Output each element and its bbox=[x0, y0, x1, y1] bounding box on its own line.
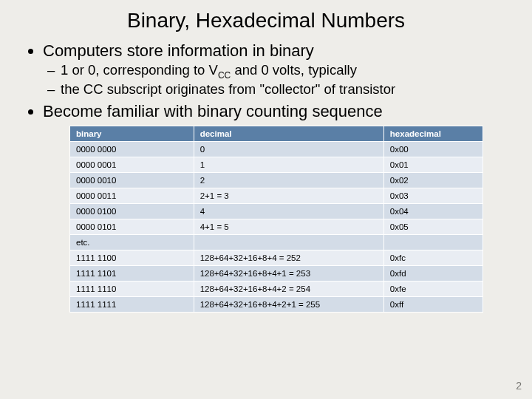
cell-decimal: 4 bbox=[194, 203, 383, 219]
cell-binary: 1111 1100 bbox=[70, 250, 194, 265]
cell-binary: 0000 0011 bbox=[70, 188, 194, 203]
sub1-pre: 1 or 0, corresponding to V bbox=[61, 62, 218, 78]
table-header-row: binary decimal hexadecimal bbox=[70, 126, 483, 141]
table-row: 1111 1101128+64+32+16+8+4+1 = 2530xfd bbox=[70, 265, 483, 281]
bullet-1-sub-1: 1 or 0, corresponding to VCC and 0 volts… bbox=[61, 62, 505, 81]
cell-decimal: 128+64+32+16+8+4 = 252 bbox=[194, 250, 383, 265]
bullet-2: Become familiar with binary counting seq… bbox=[43, 102, 505, 121]
bullet-list: Computers store information in binary 1 … bbox=[27, 41, 505, 121]
cell-binary: 1111 1110 bbox=[70, 281, 194, 296]
table-row: 1111 1110128+64+32+16+8+4+2 = 2540xfe bbox=[70, 281, 483, 296]
table-row: 0000 01014+1 = 50x05 bbox=[70, 219, 483, 234]
table-row: 0000 00112+1 = 30x03 bbox=[70, 188, 483, 203]
cell-hex: 0x04 bbox=[383, 203, 482, 219]
cell-decimal bbox=[194, 234, 383, 250]
cell-hex: 0xfc bbox=[383, 250, 482, 265]
table-row: 0000 001020x02 bbox=[70, 172, 483, 188]
cell-binary: 0000 0000 bbox=[70, 141, 194, 157]
cell-decimal: 2+1 = 3 bbox=[194, 188, 383, 203]
table-row: 1111 1111128+64+32+16+8+4+2+1 = 2550xff bbox=[70, 296, 483, 312]
bullet-1: Computers store information in binary 1 … bbox=[43, 41, 505, 98]
header-binary: binary bbox=[70, 126, 194, 141]
header-hex: hexadecimal bbox=[383, 126, 482, 141]
cell-decimal: 128+64+32+16+8+4+2 = 254 bbox=[194, 281, 383, 296]
cell-hex: 0x01 bbox=[383, 157, 482, 172]
cell-hex: 0xff bbox=[383, 296, 482, 312]
cell-decimal: 4+1 = 5 bbox=[194, 219, 383, 234]
table-row: 1111 1100128+64+32+16+8+4 = 2520xfc bbox=[70, 250, 483, 265]
cell-decimal: 0 bbox=[194, 141, 383, 157]
cell-binary: 0000 0001 bbox=[70, 157, 194, 172]
table-row: 0000 000000x00 bbox=[70, 141, 483, 157]
vcc-subscript: CC bbox=[218, 70, 231, 81]
cell-decimal: 1 bbox=[194, 157, 383, 172]
cell-binary: etc. bbox=[70, 234, 194, 250]
table-row: 0000 010040x04 bbox=[70, 203, 483, 219]
sub1-post: and 0 volts, typically bbox=[231, 62, 357, 78]
page-number: 2 bbox=[516, 380, 522, 392]
number-table: binary decimal hexadecimal 0000 000000x0… bbox=[69, 126, 483, 313]
cell-hex: 0x05 bbox=[383, 219, 482, 234]
cell-hex: 0x03 bbox=[383, 188, 482, 203]
cell-hex: 0xfd bbox=[383, 265, 482, 281]
cell-decimal: 128+64+32+16+8+4+2+1 = 255 bbox=[194, 296, 383, 312]
slide-title: Binary, Hexadecimal Numbers bbox=[27, 9, 505, 33]
cell-binary: 1111 1101 bbox=[70, 265, 194, 281]
cell-hex: 0xfe bbox=[383, 281, 482, 296]
cell-binary: 0000 0100 bbox=[70, 203, 194, 219]
bullet-1-text: Computers store information in binary bbox=[43, 41, 314, 60]
cell-binary: 0000 0010 bbox=[70, 172, 194, 188]
cell-decimal: 128+64+32+16+8+4+1 = 253 bbox=[194, 265, 383, 281]
cell-binary: 0000 0101 bbox=[70, 219, 194, 234]
cell-decimal: 2 bbox=[194, 172, 383, 188]
table-row: 0000 000110x01 bbox=[70, 157, 483, 172]
cell-hex bbox=[383, 234, 482, 250]
header-decimal: decimal bbox=[194, 126, 383, 141]
bullet-1-sublist: 1 or 0, corresponding to VCC and 0 volts… bbox=[43, 62, 505, 98]
bullet-1-sub-2: the CC subscript originates from "collec… bbox=[61, 81, 505, 98]
cell-hex: 0x02 bbox=[383, 172, 482, 188]
bullet-2-text: Become familiar with binary counting seq… bbox=[43, 102, 383, 120]
table-row: etc. bbox=[70, 234, 483, 250]
cell-hex: 0x00 bbox=[383, 141, 482, 157]
cell-binary: 1111 1111 bbox=[70, 296, 194, 312]
